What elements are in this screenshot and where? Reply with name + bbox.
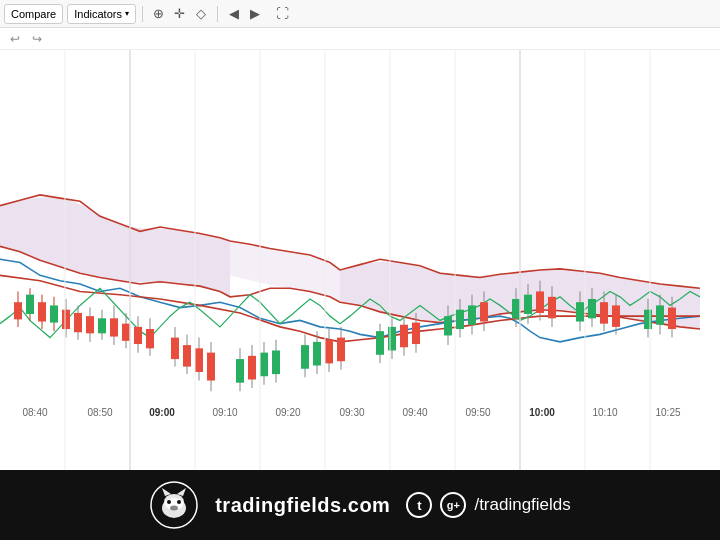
cursor-tool-btn[interactable]: ⊕	[149, 4, 169, 24]
svg-rect-49	[376, 331, 384, 355]
forward-btn[interactable]: ▶	[245, 4, 265, 24]
x-label-0850: 08:50	[87, 407, 112, 418]
chart-svg	[0, 50, 720, 490]
crosshair-btn[interactable]: ✛	[170, 4, 190, 24]
svg-rect-77	[600, 302, 608, 323]
svg-rect-25	[171, 338, 179, 359]
svg-rect-75	[588, 299, 596, 318]
svg-rect-13	[86, 316, 94, 333]
svg-rect-5	[38, 302, 46, 321]
x-label-1025: 10:25	[655, 407, 680, 418]
svg-rect-17	[110, 318, 118, 336]
candles-group-4	[171, 327, 215, 391]
x-label-0940: 09:40	[402, 407, 427, 418]
svg-rect-79	[612, 305, 620, 326]
undo-redo-row: ↩ ↪	[0, 28, 720, 50]
svg-rect-57	[444, 316, 452, 335]
candles-group-5	[236, 340, 280, 392]
x-label-0840: 08:40	[22, 407, 47, 418]
svg-rect-83	[656, 305, 664, 324]
brand-logo	[149, 480, 199, 530]
indicators-arrow: ▾	[125, 9, 129, 18]
svg-rect-7	[50, 305, 58, 322]
undo-btn[interactable]: ↩	[6, 30, 24, 48]
svg-rect-43	[313, 342, 321, 366]
svg-rect-55	[412, 323, 420, 344]
svg-rect-27	[183, 345, 191, 366]
svg-rect-69	[536, 291, 544, 312]
svg-rect-31	[207, 353, 215, 381]
indicators-label: Indicators	[74, 8, 122, 20]
svg-rect-29	[195, 348, 203, 372]
x-label-0950: 09:50	[465, 407, 490, 418]
footer: tradingfields.com t g+ /tradingfields	[0, 470, 720, 540]
svg-rect-15	[98, 318, 106, 333]
candles-group-7	[376, 313, 420, 363]
svg-rect-51	[388, 327, 396, 351]
svg-rect-23	[146, 329, 154, 348]
svg-rect-47	[337, 338, 345, 362]
svg-rect-41	[301, 345, 309, 369]
svg-rect-33	[236, 359, 244, 383]
svg-rect-63	[480, 302, 488, 321]
svg-rect-81	[644, 310, 652, 329]
twitter-icon: t	[406, 492, 432, 518]
nav-group: ◀ ▶	[224, 4, 265, 24]
svg-rect-35	[248, 356, 256, 380]
x-label-1000: 10:00	[529, 407, 555, 418]
chart-area[interactable]: 08:40 08:50 09:00 09:10 09:20 09:30 09:4…	[0, 50, 720, 490]
compare-label: Compare	[11, 8, 56, 20]
x-label-0920: 09:20	[275, 407, 300, 418]
footer-brand: tradingfields.com	[215, 494, 390, 517]
candles-group-1	[14, 288, 58, 331]
x-label-0930: 09:30	[339, 407, 364, 418]
svg-point-92	[177, 500, 181, 504]
x-label-0910: 09:10	[212, 407, 237, 418]
footer-handle: /tradingfields	[474, 495, 570, 515]
x-label-0900: 09:00	[149, 407, 175, 418]
svg-rect-37	[260, 353, 268, 377]
svg-rect-53	[400, 325, 408, 348]
svg-rect-73	[576, 302, 584, 321]
candles-group-2	[62, 299, 106, 342]
svg-rect-65	[512, 299, 520, 318]
svg-rect-71	[548, 297, 556, 318]
divider-2	[217, 6, 218, 22]
back-btn[interactable]: ◀	[224, 4, 244, 24]
candles-group-3	[110, 305, 154, 355]
svg-rect-45	[325, 340, 333, 364]
arrow-tool-btn[interactable]: ◇	[191, 4, 211, 24]
svg-rect-85	[668, 308, 676, 329]
svg-rect-39	[272, 350, 280, 374]
svg-point-91	[167, 500, 171, 504]
svg-rect-67	[524, 295, 532, 314]
footer-social: t g+ /tradingfields	[406, 492, 570, 518]
svg-rect-19	[122, 324, 130, 341]
gplus-icon: g+	[440, 492, 466, 518]
svg-rect-59	[456, 310, 464, 329]
divider-1	[142, 6, 143, 22]
svg-point-93	[170, 506, 178, 511]
redo-btn[interactable]: ↪	[28, 30, 46, 48]
compare-button[interactable]: Compare	[4, 4, 63, 24]
svg-rect-21	[134, 327, 142, 344]
svg-rect-3	[26, 295, 34, 314]
drawing-tools-group: ⊕ ✛ ◇	[149, 4, 211, 24]
toolbar: Compare Indicators ▾ ⊕ ✛ ◇ ◀ ▶ ⛶	[0, 0, 720, 28]
svg-rect-9	[62, 310, 70, 329]
svg-rect-11	[74, 313, 82, 332]
x-label-1010: 10:10	[592, 407, 617, 418]
svg-rect-61	[468, 305, 476, 324]
fullscreen-btn[interactable]: ⛶	[273, 4, 293, 24]
svg-rect-1	[14, 302, 22, 319]
indicators-button[interactable]: Indicators ▾	[67, 4, 136, 24]
